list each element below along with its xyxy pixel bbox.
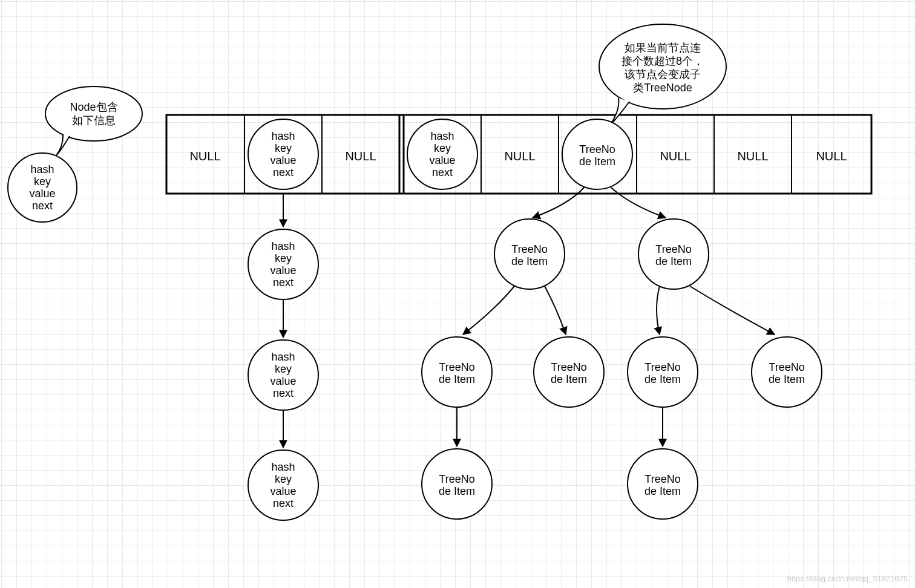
legend-node: hash key value next <box>8 153 77 222</box>
svg-text:TreeNo: TreeNo <box>511 243 547 255</box>
svg-text:value: value <box>429 154 455 166</box>
svg-text:TreeNo: TreeNo <box>551 361 586 373</box>
chain-node-2: hash key value next <box>248 340 318 410</box>
cell-2-null: NULL <box>345 149 376 163</box>
svg-text:value: value <box>270 485 296 497</box>
svg-text:value: value <box>270 375 296 387</box>
svg-text:de Item: de Item <box>511 255 548 267</box>
svg-text:key: key <box>34 175 51 188</box>
tree-right: TreeNo de Item <box>638 219 709 289</box>
svg-text:value: value <box>29 188 55 200</box>
svg-text:de Item: de Item <box>439 485 475 497</box>
cell-0-null: NULL <box>189 149 220 163</box>
cell-8-null: NULL <box>816 149 847 163</box>
svg-text:hash: hash <box>30 163 54 175</box>
svg-text:TreeNo: TreeNo <box>644 473 680 485</box>
svg-text:TreeNo: TreeNo <box>655 243 691 255</box>
svg-text:key: key <box>434 142 451 154</box>
svg-text:hash: hash <box>430 130 454 142</box>
svg-text:next: next <box>32 200 53 212</box>
svg-text:next: next <box>273 387 294 399</box>
tree-rll: TreeNo de Item <box>628 449 698 519</box>
svg-text:hash: hash <box>271 240 295 252</box>
svg-text:key: key <box>275 142 292 154</box>
tree-ll: TreeNo de Item <box>422 337 492 407</box>
svg-text:key: key <box>275 363 292 375</box>
bubble-right-line4: 类TreeNode <box>633 82 692 94</box>
svg-text:hash: hash <box>271 130 295 142</box>
bubble-right-line2: 接个数超过8个， <box>621 55 704 67</box>
bubble-left-line2: 如下信息 <box>72 114 116 126</box>
svg-text:de Item: de Item <box>439 373 475 385</box>
speech-bubble-right: 如果当前节点连 接个数超过8个， 该节点会变成子 类TreeNode <box>599 24 726 127</box>
bubble-left-line1: Node包含 <box>70 101 117 113</box>
svg-text:next: next <box>432 166 453 178</box>
svg-text:hash: hash <box>271 461 295 473</box>
svg-text:de Item: de Item <box>644 373 681 385</box>
svg-text:next: next <box>273 276 294 289</box>
tree-left: TreeNo de Item <box>494 219 565 289</box>
tree-rr: TreeNo de Item <box>752 337 822 407</box>
svg-text:TreeNo: TreeNo <box>644 361 680 373</box>
cell-4-null: NULL <box>504 149 535 163</box>
svg-text:next: next <box>273 497 294 509</box>
svg-text:TreeNo: TreeNo <box>579 143 615 155</box>
chain-node-1: hash key value next <box>248 229 318 299</box>
svg-text:de Item: de Item <box>579 155 615 168</box>
svg-text:next: next <box>273 166 294 178</box>
diagram-canvas: NULL NULL NULL NULL NULL NULL Node包含 如下信… <box>0 0 915 588</box>
cell-6-null: NULL <box>660 149 690 163</box>
watermark-text: https://blog.csdn.net/qq_31821675 <box>787 574 908 583</box>
svg-text:de Item: de Item <box>655 255 692 267</box>
chain-node-3: hash key value next <box>248 450 318 520</box>
tree-lr: TreeNo de Item <box>534 337 604 407</box>
svg-text:value: value <box>270 264 296 276</box>
svg-text:value: value <box>270 154 296 166</box>
svg-text:key: key <box>275 473 292 485</box>
svg-text:TreeNo: TreeNo <box>439 361 474 373</box>
bubble-right-line3: 该节点会变成子 <box>625 68 701 80</box>
speech-bubble-left: Node包含 如下信息 <box>45 87 142 156</box>
svg-text:hash: hash <box>271 351 295 363</box>
tree-lll: TreeNo de Item <box>422 449 492 519</box>
svg-text:de Item: de Item <box>551 373 587 385</box>
svg-text:de Item: de Item <box>769 373 805 385</box>
svg-text:TreeNo: TreeNo <box>439 473 474 485</box>
cell-7-null: NULL <box>737 149 768 163</box>
tree-rl: TreeNo de Item <box>628 337 698 407</box>
array-treenode-cell5: TreeNo de Item <box>562 119 632 189</box>
svg-text:de Item: de Item <box>644 485 681 497</box>
array-node-cell1: hash key value next <box>248 119 318 189</box>
svg-text:key: key <box>275 252 292 264</box>
svg-text:TreeNo: TreeNo <box>769 361 804 373</box>
array-node-cell3: hash key value next <box>407 119 477 189</box>
bubble-right-line1: 如果当前节点连 <box>625 42 701 54</box>
